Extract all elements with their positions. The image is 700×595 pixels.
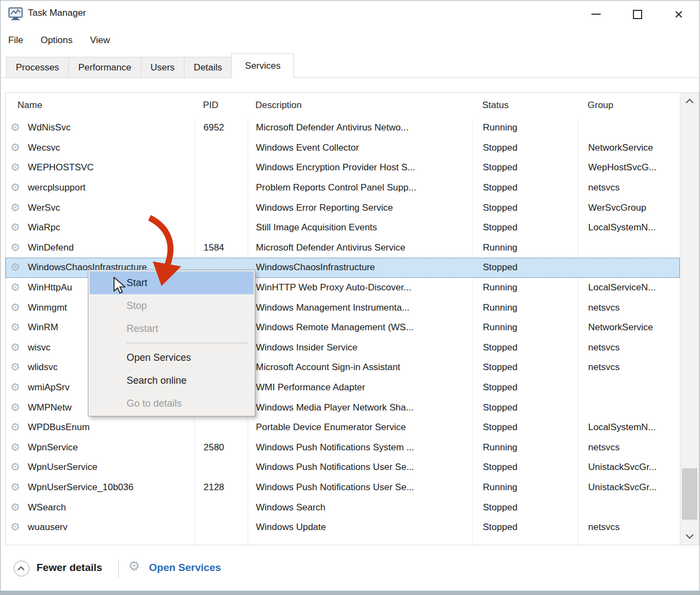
- service-status: Running: [473, 482, 578, 493]
- service-description: Windows Media Player Network Sha...: [248, 402, 473, 413]
- service-gear-icon: ⚙: [10, 382, 20, 392]
- service-gear-icon: ⚙: [10, 502, 20, 513]
- service-status: Stopped: [473, 142, 578, 153]
- service-name: WpnUserService: [28, 462, 98, 472]
- service-status: Stopped: [473, 382, 578, 393]
- service-name: WinDefend: [28, 242, 74, 253]
- service-status: Stopped: [473, 162, 578, 173]
- service-row[interactable]: ⚙WinDefend 1584 Microsoft Defender Antiv…: [5, 238, 680, 258]
- service-group: netsvcs: [578, 522, 679, 533]
- column-header-status[interactable]: Status: [472, 100, 578, 111]
- service-name: WpnService: [28, 442, 78, 453]
- service-status: Stopped: [473, 462, 578, 473]
- service-description: Windows Insider Service: [248, 342, 473, 353]
- close-button[interactable]: ✕: [658, 1, 699, 28]
- service-description: Windows Event Collector: [248, 142, 473, 153]
- service-row[interactable]: ⚙WpnService 2580 Windows Push Notificati…: [5, 438, 680, 458]
- service-name: Wecsvc: [28, 142, 60, 153]
- menu-file[interactable]: File: [8, 35, 23, 46]
- tab-details[interactable]: Details: [184, 57, 232, 78]
- service-row[interactable]: ⚙Wecsvc Windows Event Collector Stopped …: [5, 138, 680, 158]
- service-gear-icon: ⚙: [10, 302, 20, 313]
- service-row[interactable]: ⚙WPDBusEnum Portable Device Enumerator S…: [5, 418, 680, 438]
- menu-options[interactable]: Options: [40, 35, 73, 46]
- service-row[interactable]: ⚙WerSvc Windows Error Reporting Service …: [5, 198, 680, 218]
- tab-processes[interactable]: Processes: [6, 57, 69, 78]
- scroll-up-icon[interactable]: [680, 93, 699, 109]
- vertical-scrollbar[interactable]: [680, 93, 699, 545]
- service-description: Windows Remote Management (WS...: [248, 322, 473, 333]
- service-status: Stopped: [473, 522, 578, 533]
- service-gear-icon: ⚙: [10, 322, 20, 332]
- tab-performance[interactable]: Performance: [68, 57, 141, 78]
- service-gear-icon: ⚙: [10, 422, 20, 432]
- service-row[interactable]: ⚙WdNisSvc 6952 Microsoft Defender Antivi…: [5, 118, 680, 138]
- service-status: Stopped: [473, 222, 578, 233]
- service-group: netsvcs: [578, 302, 679, 313]
- maximize-icon: [633, 10, 642, 19]
- service-group: NetworkService: [578, 142, 679, 153]
- context-menu-item-start[interactable]: Start: [89, 271, 254, 294]
- service-name: Winmgmt: [28, 302, 67, 313]
- chevron-up-circle-icon[interactable]: [14, 561, 29, 576]
- tab-strip: Processes Performance Users Details Serv…: [1, 53, 699, 78]
- service-description: WinHTTP Web Proxy Auto-Discover...: [248, 282, 473, 293]
- service-name: WerSvc: [28, 203, 60, 213]
- service-status: Running: [473, 282, 578, 293]
- service-name: wmiApSrv: [28, 382, 70, 392]
- context-menu-item-search-online[interactable]: Search online: [89, 369, 254, 392]
- maximize-button[interactable]: [617, 1, 658, 28]
- context-menu-item-restart[interactable]: Restart: [89, 317, 254, 340]
- scroll-down-icon[interactable]: [680, 528, 699, 545]
- service-group: netsvcs: [578, 342, 679, 353]
- service-row[interactable]: ⚙wercplsupport Problem Reports Control P…: [5, 178, 680, 198]
- scrollbar-thumb[interactable]: [682, 468, 697, 520]
- service-description: Microsoft Defender Antivirus Service: [248, 242, 473, 253]
- service-pid: 2580: [195, 442, 248, 453]
- column-header-name[interactable]: Name: [5, 100, 194, 111]
- service-description: Windows Error Reporting Service: [248, 203, 473, 213]
- context-menu-item-open-services[interactable]: Open Services: [89, 346, 254, 369]
- service-name: WPDBusEnum: [28, 422, 89, 432]
- fewer-details-button[interactable]: Fewer details: [37, 562, 102, 574]
- table-header: Name PID Description Status Group: [5, 93, 680, 118]
- service-description: Problem Reports Control Panel Supp...: [248, 182, 473, 193]
- context-menu-item-go-to-details[interactable]: Go to details: [89, 392, 254, 415]
- service-status: Stopped: [473, 502, 578, 513]
- service-description: Windows Management Instrumenta...: [248, 302, 473, 313]
- service-description: Portable Device Enumerator Service: [248, 422, 473, 433]
- service-status: Stopped: [473, 182, 578, 193]
- service-description: WMI Performance Adapter: [248, 382, 473, 393]
- service-row[interactable]: ⚙WiaRpc Still Image Acquisition Events S…: [5, 218, 680, 238]
- open-services-link[interactable]: Open Services: [149, 562, 221, 574]
- menu-view[interactable]: View: [90, 35, 110, 46]
- service-group: LocalServiceN...: [578, 282, 679, 293]
- task-manager-app-icon: [8, 7, 23, 21]
- tab-users[interactable]: Users: [141, 57, 184, 78]
- service-name: wlidsvc: [28, 362, 58, 372]
- service-group: netsvcs: [578, 442, 679, 453]
- service-gear-icon: ⚙: [10, 442, 20, 453]
- service-row[interactable]: ⚙wuauserv Windows Update Stopped netsvcs: [5, 517, 680, 538]
- service-description: Windows Update: [248, 522, 473, 533]
- window-title: Task Manager: [28, 8, 86, 19]
- service-row[interactable]: ⚙WpnUserService Windows Push Notificatio…: [5, 457, 680, 478]
- service-status: Running: [473, 122, 578, 133]
- service-gear-icon: ⚙: [10, 282, 20, 293]
- service-row[interactable]: ⚙WSearch Windows Search Stopped: [5, 497, 680, 517]
- tab-services[interactable]: Services: [231, 53, 294, 78]
- service-status: Stopped: [473, 362, 578, 373]
- column-header-description[interactable]: Description: [248, 100, 472, 111]
- service-gear-icon: ⚙: [10, 402, 20, 413]
- column-header-pid[interactable]: PID: [194, 100, 248, 111]
- context-menu: StartStopRestartOpen ServicesSearch onli…: [88, 270, 255, 416]
- service-description: Windows Push Notifications System ...: [248, 442, 473, 453]
- minimize-button[interactable]: [575, 1, 617, 28]
- service-group: WepHostSvcG...: [578, 162, 679, 173]
- service-status: Running: [473, 322, 578, 333]
- service-row[interactable]: ⚙WpnUserService_10b036 2128 Windows Push…: [5, 478, 680, 498]
- service-row[interactable]: ⚙WEPHOSTSVC Windows Encryption Provider …: [5, 158, 680, 178]
- column-header-group[interactable]: Group: [578, 100, 680, 111]
- service-description: Windows Search: [248, 502, 473, 513]
- context-menu-item-stop[interactable]: Stop: [89, 294, 254, 317]
